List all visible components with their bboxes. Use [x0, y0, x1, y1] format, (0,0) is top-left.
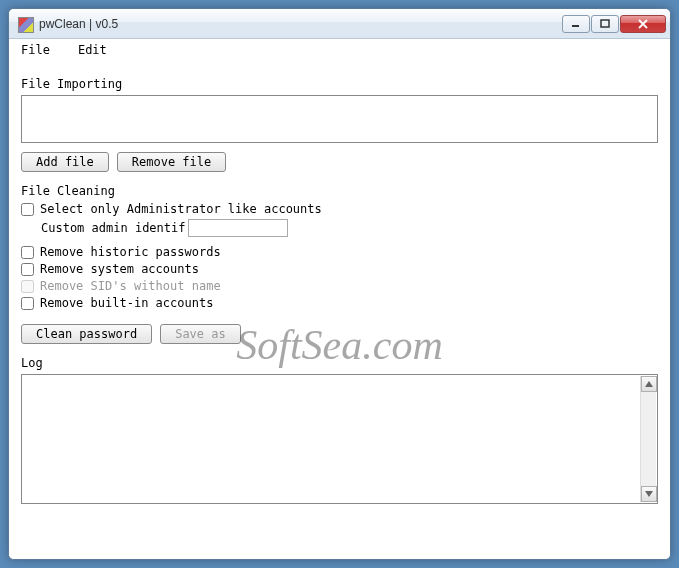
svg-rect-1	[601, 20, 609, 27]
remove-builtin-checkbox[interactable]	[21, 297, 34, 310]
titlebar[interactable]: pwClean | v0.5	[9, 9, 670, 39]
remove-historic-row[interactable]: Remove historic passwords	[21, 245, 658, 259]
save-as-button: Save as	[160, 324, 241, 344]
remove-sid-row: Remove SID's without name	[21, 279, 658, 293]
window-title: pwClean | v0.5	[39, 17, 562, 31]
svg-marker-4	[645, 381, 653, 387]
scroll-up-button[interactable]	[641, 376, 657, 392]
clean-button-row: Clean password Save as	[21, 324, 658, 344]
clean-password-button[interactable]: Clean password	[21, 324, 152, 344]
window-controls	[562, 15, 666, 33]
file-cleaning-label: File Cleaning	[21, 184, 658, 198]
file-importing-label: File Importing	[21, 77, 658, 91]
close-button[interactable]	[620, 15, 666, 33]
custom-admin-label: Custom admin identif	[41, 221, 186, 235]
remove-historic-checkbox[interactable]	[21, 246, 34, 259]
custom-admin-input[interactable]	[188, 219, 288, 237]
file-cleaning-group: File Cleaning Select only Administrator …	[21, 184, 658, 344]
import-button-row: Add file Remove file	[21, 152, 658, 172]
app-window: pwClean | v0.5 File Edit File Importing …	[8, 8, 671, 560]
svg-marker-5	[645, 491, 653, 497]
maximize-icon	[600, 19, 610, 29]
select-admin-row[interactable]: Select only Administrator like accounts	[21, 202, 658, 216]
client-area: File Importing Add file Remove file File…	[9, 61, 670, 559]
menu-edit[interactable]: Edit	[72, 41, 113, 59]
maximize-button[interactable]	[591, 15, 619, 33]
remove-file-button[interactable]: Remove file	[117, 152, 226, 172]
remove-sid-checkbox	[21, 280, 34, 293]
remove-system-label: Remove system accounts	[40, 262, 199, 276]
remove-system-checkbox[interactable]	[21, 263, 34, 276]
scroll-down-button[interactable]	[641, 486, 657, 502]
remove-system-row[interactable]: Remove system accounts	[21, 262, 658, 276]
app-icon	[17, 16, 33, 32]
chevron-up-icon	[645, 381, 653, 387]
custom-admin-row: Custom admin identif	[41, 219, 658, 237]
log-textbox[interactable]	[21, 374, 658, 504]
remove-historic-label: Remove historic passwords	[40, 245, 221, 259]
add-file-button[interactable]: Add file	[21, 152, 109, 172]
select-admin-checkbox[interactable]	[21, 203, 34, 216]
log-group: Log	[21, 356, 658, 504]
remove-builtin-label: Remove built-in accounts	[40, 296, 213, 310]
file-list[interactable]	[21, 95, 658, 143]
remove-builtin-row[interactable]: Remove built-in accounts	[21, 296, 658, 310]
minimize-icon	[571, 20, 581, 28]
menu-file[interactable]: File	[15, 41, 56, 59]
close-icon	[638, 19, 648, 29]
minimize-button[interactable]	[562, 15, 590, 33]
file-importing-group: File Importing Add file Remove file	[21, 71, 658, 172]
menubar: File Edit	[9, 39, 670, 61]
remove-sid-label: Remove SID's without name	[40, 279, 221, 293]
select-admin-label: Select only Administrator like accounts	[40, 202, 322, 216]
log-scrollbar[interactable]	[640, 376, 656, 502]
log-label: Log	[21, 356, 658, 370]
chevron-down-icon	[645, 491, 653, 497]
